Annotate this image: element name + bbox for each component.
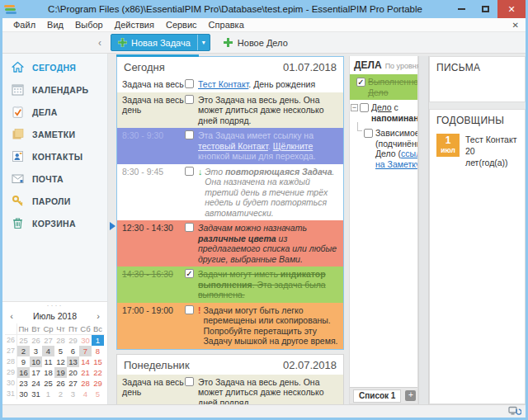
calendar-day[interactable]: 27: [67, 378, 79, 389]
task-row[interactable]: 14:30 - 16:30 ✓ Задачи могут иметь индик…: [117, 267, 343, 303]
task-checkbox[interactable]: [185, 305, 194, 314]
calendar-day[interactable]: 26: [30, 335, 42, 346]
sidebar-item-mail[interactable]: ПОЧТА: [2, 168, 107, 190]
menu-item-файл[interactable]: Файл: [7, 20, 41, 30]
calendar-day[interactable]: 10: [30, 356, 42, 367]
calendar-day[interactable]: 2: [17, 346, 30, 356]
task-row[interactable]: 8:30 - 9:45 ↓ Это повторяющаяся Задача. …: [117, 164, 343, 221]
inline-link[interactable]: тестовый Контакт: [198, 141, 268, 151]
task-row[interactable]: Задача на весь Тест Контакт. День рожден…: [117, 77, 343, 92]
maximize-button[interactable]: [474, 0, 497, 18]
calendar-day[interactable]: 25: [42, 378, 54, 389]
calendar-day[interactable]: 30: [17, 389, 30, 399]
task-checkbox[interactable]: [185, 130, 194, 139]
menu-item-действия[interactable]: Действия: [109, 20, 160, 30]
calendar-day[interactable]: 3: [67, 389, 79, 399]
todo-item[interactable]: ✓ Выполненное Дело: [350, 74, 417, 100]
title-bar[interactable]: C:\Program Files (x86)\EssentialPIM Pro\…: [2, 0, 526, 18]
splitter-grip[interactable]: ····: [5, 303, 105, 309]
vertical-splitter[interactable]: [418, 56, 429, 404]
calendar-day[interactable]: 22: [92, 367, 104, 378]
calendar-day[interactable]: 6: [67, 346, 79, 356]
new-task-dropdown[interactable]: ▾: [197, 35, 210, 50]
sidebar-collapse-button[interactable]: ‹: [2, 38, 107, 48]
calendar-day[interactable]: 17: [30, 367, 42, 378]
menu-item-справка[interactable]: Справка: [203, 20, 250, 30]
sidebar-item-todos[interactable]: ДЕЛА: [2, 101, 107, 123]
add-list-button[interactable]: +: [405, 390, 416, 401]
task-checkbox[interactable]: [185, 167, 194, 176]
menu-item-сервис[interactable]: Сервис: [160, 20, 203, 30]
task-row[interactable]: 12:30 - 14:30 Задачам можно назначать ра…: [117, 220, 343, 267]
new-todo-button[interactable]: Новое Дело: [224, 38, 288, 48]
calendar-day[interactable]: 7: [79, 346, 92, 356]
calendar-day[interactable]: 21: [79, 367, 92, 378]
calendar-day[interactable]: 5: [54, 346, 67, 356]
calendar-day[interactable]: 24: [30, 378, 42, 389]
calendar-day[interactable]: 14: [79, 356, 92, 367]
calendar-day[interactable]: 3: [30, 346, 42, 356]
menu-item-вид[interactable]: Вид: [41, 20, 69, 30]
minimize-button[interactable]: [450, 0, 474, 18]
sidebar-item-notes[interactable]: ЗАМЕТКИ: [2, 123, 107, 145]
menu-item-выбор[interactable]: Выбор: [69, 20, 109, 30]
calendar-day[interactable]: 12: [54, 356, 67, 367]
task-row[interactable]: 17:00 - 19:00 ! Задачи могут быть легко …: [117, 303, 343, 349]
schedule-section[interactable]: Понедельник 02.07.2018 Задача на весь де…: [116, 354, 344, 405]
calendar-day[interactable]: 4: [42, 346, 54, 356]
calendar-prev-button[interactable]: ‹: [7, 312, 16, 321]
sidebar-item-trash[interactable]: КОРЗИНА: [2, 212, 107, 234]
todo-item[interactable]: Зависимое (подчинённое Дело (ссылка на З…: [350, 125, 417, 172]
task-checkbox[interactable]: [185, 79, 194, 88]
calendar-day[interactable]: 1: [42, 389, 54, 399]
task-checkbox[interactable]: ✓: [185, 269, 194, 278]
tab-list-1[interactable]: Список 1: [353, 389, 401, 403]
task-checkbox[interactable]: [185, 95, 194, 104]
calendar-day[interactable]: 25: [17, 335, 30, 346]
calendar-day[interactable]: 11: [42, 356, 54, 367]
calendar-day[interactable]: 28: [54, 335, 67, 346]
calendar-day[interactable]: 31: [30, 389, 42, 399]
inline-link[interactable]: Щёлкните: [273, 141, 314, 151]
todo-checkbox[interactable]: [360, 103, 369, 112]
task-row[interactable]: 8:30 - 9:30 Эта Задача имеет ссылку на т…: [117, 128, 343, 164]
calendar-day[interactable]: 26: [54, 378, 67, 389]
task-row[interactable]: Задача на весь день Это Задача на весь д…: [117, 375, 343, 405]
menu-close-icon[interactable]: ✕: [512, 21, 519, 30]
todo-checkbox[interactable]: ✓: [356, 78, 365, 87]
calendar-day[interactable]: 19: [54, 367, 67, 378]
sidebar-item-today[interactable]: СЕГОДНЯ: [2, 56, 107, 78]
close-button[interactable]: ✕: [497, 0, 526, 18]
calendar-day[interactable]: 8: [92, 346, 104, 356]
inline-link[interactable]: Тест Контакт: [198, 79, 248, 89]
calendar-day[interactable]: 18: [42, 367, 54, 378]
task-checkbox[interactable]: [185, 223, 194, 232]
calendar-day[interactable]: 27: [42, 335, 54, 346]
schedule-section[interactable]: Сегодня 01.07.2018 Задача на весь Тест К…: [116, 56, 344, 350]
todo-checkbox[interactable]: [364, 129, 373, 138]
calendar-day[interactable]: 23: [17, 378, 30, 389]
sync-status-icon[interactable]: [508, 406, 521, 417]
calendar-day[interactable]: 4: [79, 389, 92, 399]
calendar-day[interactable]: 9: [17, 356, 30, 367]
task-row[interactable]: Задача на весь день Это Задача на весь д…: [117, 92, 343, 129]
calendar-day[interactable]: 20: [67, 367, 79, 378]
calendar-day[interactable]: 15: [92, 356, 104, 367]
calendar-day[interactable]: 30: [79, 335, 92, 346]
calendar-next-button[interactable]: ›: [93, 312, 103, 321]
calendar-day[interactable]: 28: [79, 378, 92, 389]
anniversary-item[interactable]: 1 июл Тест Контакт20 лет(год(а)): [436, 134, 518, 168]
task-checkbox[interactable]: [185, 377, 194, 386]
calendar-day[interactable]: 29: [92, 378, 104, 389]
new-task-button[interactable]: Новая Задача ▾: [111, 34, 210, 51]
calendar-day[interactable]: 5: [92, 389, 104, 399]
sidebar-item-passwords[interactable]: ПАРОЛИ: [2, 190, 107, 212]
calendar-day[interactable]: 29: [67, 335, 79, 346]
sidebar-item-contacts[interactable]: КОНТАКТЫ: [2, 145, 107, 168]
new-task-button-main[interactable]: Новая Задача: [111, 35, 197, 50]
calendar-day[interactable]: 16: [17, 367, 30, 378]
sidebar-item-calendar[interactable]: КАЛЕНДАРЬ: [2, 78, 107, 101]
calendar-day[interactable]: 1: [92, 335, 104, 346]
tree-collapse-icon[interactable]: −: [351, 104, 358, 111]
calendar-day[interactable]: 2: [54, 389, 67, 399]
